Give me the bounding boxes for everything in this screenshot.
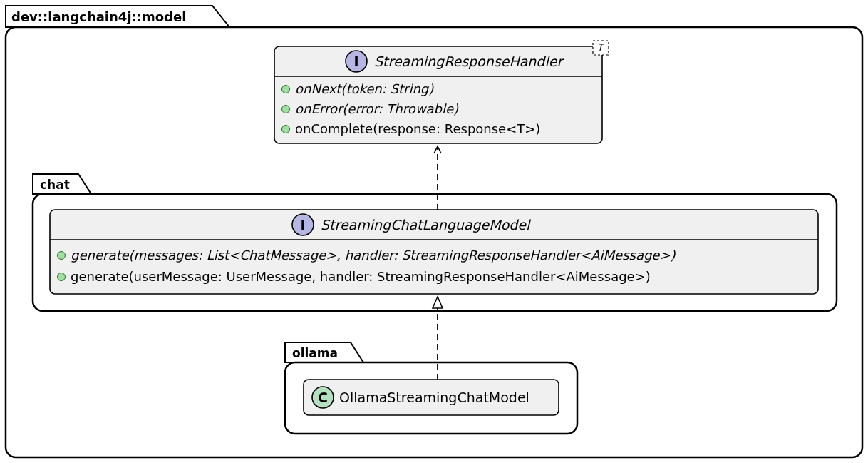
interface-name: StreamingResponseHandler [374,54,564,69]
svg-point-7 [282,106,290,113]
method-generate-2: generate(userMessage: UserMessage, handl… [58,269,651,284]
svg-text:onComplete(response: Response<: onComplete(response: Response<T>) [295,121,540,136]
svg-point-9 [282,126,290,133]
uml-diagram: dev::langchain4j::model T I StreamingRes… [0,0,868,463]
interface-streaming-chat-language-model: I StreamingChatLanguageModel generate(me… [50,210,818,294]
interface-icon: I [300,217,305,233]
class-icon: C [318,390,328,405]
package-label: dev::langchain4j::model [11,9,186,24]
method-onComplete: onComplete(response: Response<T>) [282,121,541,136]
interface-name: StreamingChatLanguageModel [321,217,532,233]
method-generate-1: generate(messages: List<ChatMessage>, ha… [58,248,676,263]
svg-text:onError(error: Throwable): onError(error: Throwable) [295,101,459,116]
svg-point-17 [58,273,66,281]
class-ollama-streaming-chat-model: C OllamaStreamingChatModel [304,380,559,415]
package-label: ollama [292,346,338,360]
svg-text:onNext(token: String): onNext(token: String) [295,81,434,96]
interface-icon: I [353,54,358,69]
method-onError: onError(error: Throwable) [282,101,460,116]
svg-point-5 [282,86,290,93]
svg-text:generate(messages: List<ChatMe: generate(messages: List<ChatMessage>, ha… [71,248,676,263]
method-onNext: onNext(token: String) [282,81,435,96]
package-label: chat [40,178,70,192]
svg-point-15 [58,252,66,260]
interface-streaming-response-handler: T I StreamingResponseHandler onNext(toke… [274,41,609,143]
svg-text:generate(userMessage: UserMess: generate(userMessage: UserMessage, handl… [71,269,651,284]
class-name: OllamaStreamingChatModel [339,390,529,405]
